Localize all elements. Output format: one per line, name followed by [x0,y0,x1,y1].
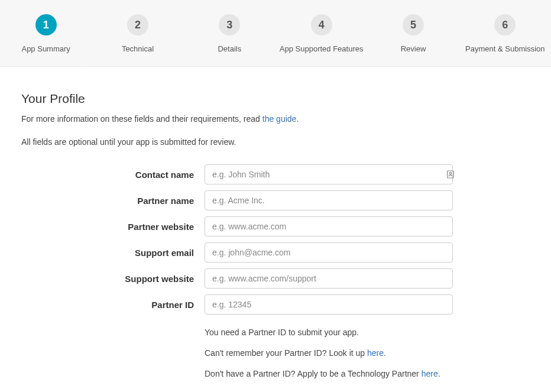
step-number: 4 [311,14,332,35]
support-email-input[interactable] [205,242,453,263]
page-title: Your Profile [21,92,530,106]
step-number: 2 [127,14,148,35]
step-label: App Summary [21,44,70,54]
desc-suffix: . [296,114,299,124]
active-step-indicator-arrow [74,66,87,73]
lookup-suffix: . [384,348,386,358]
step-number: 3 [219,14,240,35]
step-app-summary[interactable]: 1 App Summary [0,14,92,54]
step-payment-submission[interactable]: 6 Payment & Submission [459,14,551,54]
guide-link[interactable]: the guide [262,114,297,124]
step-number: 1 [35,14,57,35]
form-row-partner-website: Partner website [21,216,530,237]
step-review[interactable]: 5 Review [367,14,459,54]
section-description: For more information on these fields and… [21,113,530,125]
step-label: Details [218,44,241,54]
support-website-input[interactable] [205,268,453,289]
progress-stepper: 1 App Summary 2 Technical 3 Details 4 Ap… [0,0,551,66]
apply-prefix: Don't have a Partner ID? Apply to be a T… [205,369,422,378]
step-number: 6 [494,14,516,35]
apply-technology-partner-link[interactable]: here [422,369,438,378]
partner-id-input[interactable] [205,294,453,315]
support-email-label: Support email [21,248,205,258]
partner-website-label: Partner website [21,222,205,232]
step-app-supported-features[interactable]: 4 App Supported Features [276,14,367,54]
partner-name-label: Partner name [21,196,205,206]
step-label: App Supported Features [280,44,364,54]
contact-name-label: Contact name [21,170,205,180]
partner-name-input[interactable] [205,190,453,210]
form-row-partner-id: Partner ID [21,294,530,315]
support-website-label: Support website [21,274,205,284]
form-row-partner-name: Partner name [21,190,530,210]
step-details[interactable]: 3 Details [184,14,276,54]
step-technical[interactable]: 2 Technical [92,14,183,54]
form-row-support-email: Support email [21,242,530,263]
contact-name-input[interactable] [205,164,453,184]
step-label: Technical [122,44,154,54]
partner-id-help-text: You need a Partner ID to submit your app… [205,326,530,339]
apply-suffix: . [438,369,440,378]
form-content: Your Profile For more information on the… [0,67,551,392]
partner-id-lookup-text: Can't remember your Partner ID? Look it … [205,347,530,359]
step-label: Payment & Submission [465,44,544,54]
partner-id-apply-text: Don't have a Partner ID? Apply to be a T… [205,368,530,380]
lookup-partner-id-link[interactable]: here [367,348,384,358]
form-row-contact-name: Contact name [21,164,530,184]
form-row-support-website: Support website [21,268,530,289]
step-label: Review [401,44,426,54]
desc-text: For more information on these fields and… [21,114,262,124]
step-number: 5 [403,14,424,35]
partner-id-label: Partner ID [21,300,205,310]
optional-fields-note: All fields are optional until your app i… [21,137,530,147]
partner-website-input[interactable] [205,216,453,237]
lookup-prefix: Can't remember your Partner ID? Look it … [205,348,367,358]
